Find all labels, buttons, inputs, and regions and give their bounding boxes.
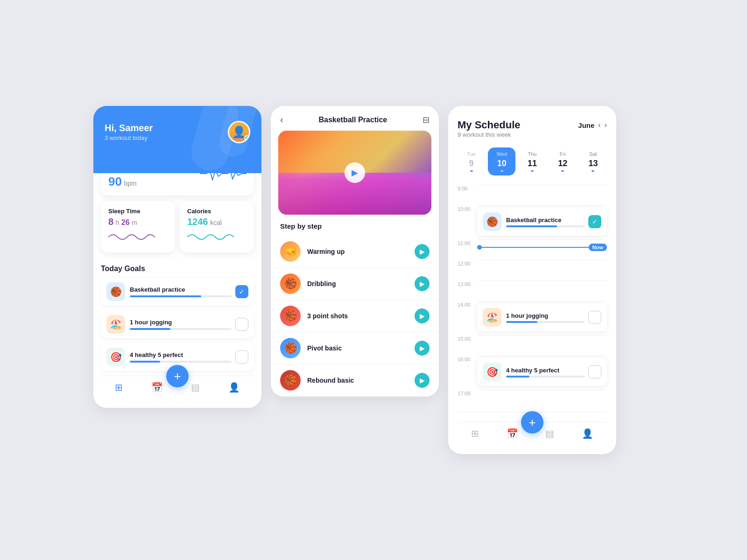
day-name-tue: Tue	[459, 151, 483, 157]
step-by-step-label: Step by step	[271, 222, 439, 236]
slot-content-12	[477, 260, 607, 277]
step-item[interactable]: 🏀 3 point shots ▶	[271, 300, 439, 332]
calories-card: Calories 1246 kcal	[180, 201, 254, 252]
step-play-pivot[interactable]: ▶	[415, 341, 430, 356]
nav-grid-icon[interactable]: ⊞	[115, 382, 123, 393]
time-slot-14: 14:00 🏖️ 1 hour jogging	[458, 301, 607, 333]
video-thumbnail[interactable]: ▶	[278, 131, 431, 215]
goal-check-healthy[interactable]	[235, 350, 248, 364]
practice-card: ‹ Basketball Practice ⊟ ▶ Step by step 🤜…	[271, 106, 439, 397]
goal-bar-fill-basketball	[130, 295, 201, 297]
goal-item[interactable]: 🏀 Basketball practice ✓	[101, 278, 254, 306]
slot-content-11: Now	[477, 239, 607, 256]
step-play-dribbling[interactable]: ▶	[415, 276, 430, 291]
time-slot-17: 17:00	[458, 390, 607, 408]
settings-icon[interactable]: ⊟	[423, 115, 430, 125]
step-item[interactable]: 🏀 Rebound basic ▶	[271, 364, 439, 397]
now-line: Now	[477, 244, 607, 251]
time-label-11: 11:00	[458, 239, 477, 246]
sleep-minutes: 26	[121, 218, 130, 226]
goal-check-basketball[interactable]: ✓	[235, 285, 248, 298]
day-num-sat: 13	[581, 159, 605, 168]
practice-title: Basketball Practice	[318, 116, 387, 124]
dashboard-header: Hi, Sameer 3 workout today 👤	[93, 106, 261, 173]
event-healthy[interactable]: 🎯 4 healthy 5 perfect	[477, 358, 607, 386]
time-label-13: 13:00	[458, 280, 477, 287]
event-bar-bg-jogging	[506, 321, 585, 323]
sleep-card: Sleep Time 8 h 26 m	[101, 201, 175, 252]
subtitle-text: 3 workout today	[105, 134, 153, 141]
calories-unit: kcal	[210, 219, 222, 226]
calories-label: Calories	[187, 208, 247, 215]
goal-name-basketball: Basketball practice	[130, 286, 232, 293]
day-dot-sat	[592, 170, 594, 172]
event-bar-bg-healthy	[506, 376, 585, 378]
nav-calendar-icon[interactable]: 📅	[151, 382, 163, 393]
time-label-15: 15:00	[458, 335, 477, 342]
play-button[interactable]: ▶	[345, 162, 365, 183]
step-item[interactable]: 🤜 Warming up ▶	[271, 236, 439, 268]
day-item-tue[interactable]: Tue 9	[458, 147, 485, 175]
time-label-10: 10:00	[458, 205, 477, 212]
event-icon-basketball: 🏀	[483, 212, 501, 231]
schedule-card: My Schedule 9 workout this week June ‹ ›…	[448, 106, 616, 454]
calories-wave	[187, 230, 234, 244]
schedule-title: My Schedule	[458, 119, 520, 131]
dashboard-body: Hearth Rate 90 bpm Sleep Time 8	[93, 159, 261, 408]
time-slot-15: 15:00	[458, 335, 607, 354]
step-icon-dribbling: 🏀	[280, 273, 301, 294]
sleep-label: Sleep Time	[108, 208, 168, 215]
stats-row: Sleep Time 8 h 26 m Calories 1246	[101, 201, 254, 258]
schedule-nav-grid-icon[interactable]: ⊞	[471, 428, 479, 439]
greeting-text: Hi, Sameer	[105, 123, 153, 133]
prev-month-button[interactable]: ‹	[598, 121, 600, 129]
schedule-nav-profile-icon[interactable]: 👤	[582, 428, 593, 439]
step-play-warmup[interactable]: ▶	[415, 244, 430, 259]
next-month-button[interactable]: ›	[605, 121, 607, 129]
step-icon-3point: 🏀	[280, 306, 301, 326]
event-check-healthy[interactable]	[588, 365, 601, 378]
step-play-3point[interactable]: ▶	[415, 308, 430, 323]
schedule-fab-button[interactable]: +	[521, 411, 543, 434]
day-dot-thu	[531, 170, 534, 172]
nav-profile-icon[interactable]: 👤	[228, 382, 240, 393]
slot-content-17	[477, 390, 607, 406]
step-item[interactable]: 🏀 Pivot basic ▶	[271, 332, 439, 364]
event-info-jogging: 1 hour jogging	[506, 312, 585, 323]
slot-content-10: 🏀 Basketball practice ✓	[477, 205, 607, 238]
now-badge: Now	[589, 244, 607, 251]
schedule-nav-chart-icon[interactable]: ▤	[545, 428, 554, 439]
schedule-bottom-nav: ⊞ 📅 + ▤ 👤	[458, 422, 607, 447]
goals-list: 🏀 Basketball practice ✓ 🏖️ 1 hour joggin…	[101, 278, 254, 371]
step-name-pivot: Pivot basic	[307, 344, 415, 352]
goal-item[interactable]: 🏖️ 1 hour jogging	[101, 310, 254, 338]
event-jogging[interactable]: 🏖️ 1 hour jogging	[477, 303, 607, 331]
fab-add-button[interactable]: +	[166, 365, 189, 387]
avatar[interactable]: 👤	[228, 121, 250, 143]
goal-check-jogging[interactable]	[235, 318, 248, 331]
back-button[interactable]: ‹	[280, 114, 283, 125]
event-check-jogging[interactable]	[588, 311, 601, 324]
goal-bar-fill-healthy	[130, 361, 160, 363]
goal-info-jogging: 1 hour jogging	[130, 319, 232, 330]
nav-chart-icon[interactable]: ▤	[191, 382, 200, 393]
day-item-sat[interactable]: Sat 13	[579, 147, 607, 175]
event-icon-healthy: 🎯	[483, 363, 501, 381]
slot-content-13	[477, 280, 607, 297]
event-basketball[interactable]: 🏀 Basketball practice ✓	[477, 208, 607, 236]
step-name-3point: 3 point shots	[307, 312, 415, 320]
days-row: Tue 9 Wed 10 Thu 11 Fri 12 Sat 13	[458, 147, 607, 175]
event-bar-fill-jogging	[506, 321, 537, 323]
event-bar-bg-basketball	[506, 225, 585, 227]
day-item-thu[interactable]: Thu 11	[518, 147, 546, 175]
step-play-rebound[interactable]: ▶	[415, 373, 430, 388]
day-item-wed[interactable]: Wed 10	[488, 147, 515, 175]
schedule-nav-calendar-icon[interactable]: 📅	[507, 428, 518, 439]
step-item[interactable]: 🏀 Dribbling ▶	[271, 268, 439, 300]
event-name-basketball: Basketball practice	[506, 217, 585, 224]
time-slot-12: 12:00	[458, 260, 607, 279]
sleep-hours: 8	[108, 217, 113, 227]
day-item-fri[interactable]: Fri 12	[549, 147, 577, 175]
event-check-basketball[interactable]: ✓	[588, 215, 601, 228]
goals-section-title: Today Goals	[101, 265, 254, 273]
